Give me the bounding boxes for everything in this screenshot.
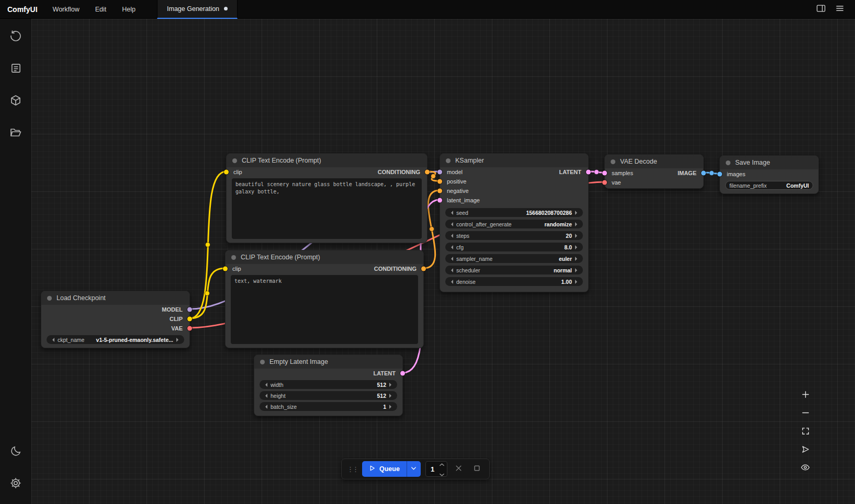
widget-batch-size[interactable]: batch_size 1	[260, 402, 397, 411]
combo-prev-icon[interactable]	[449, 257, 453, 261]
combo-prev-icon[interactable]	[449, 222, 453, 226]
collapse-dot-icon[interactable]	[232, 158, 237, 163]
menu-help[interactable]: Help	[114, 0, 143, 19]
output-dot-image[interactable]	[701, 171, 706, 176]
output-dot-model[interactable]	[187, 307, 192, 312]
increment-icon[interactable]	[389, 405, 393, 409]
collapse-dot-icon[interactable]	[47, 296, 52, 301]
decrement-icon[interactable]	[263, 394, 267, 398]
combo-next-icon[interactable]	[176, 338, 181, 342]
menu-workflow[interactable]: Workflow	[45, 0, 87, 19]
node-clip-text-encode-positive[interactable]: CLIP Text Encode (Prompt) clip CONDITION…	[226, 153, 428, 243]
input-dot-vae[interactable]	[602, 180, 607, 185]
output-dot-clip[interactable]	[187, 317, 192, 322]
widget-steps[interactable]: steps 20	[445, 231, 583, 240]
node-empty-latent-image[interactable]: Empty Latent Image LATENT width 512 heig…	[254, 354, 403, 416]
output-dot-latent[interactable]	[586, 170, 591, 175]
output-dot-latent[interactable]	[400, 371, 405, 376]
combo-prev-icon[interactable]	[449, 268, 453, 272]
prompt-textarea[interactable]: text, watermark	[231, 275, 418, 344]
node-vae-decode[interactable]: VAE Decode samples IMAGE vae	[604, 154, 704, 189]
decrement-icon[interactable]	[449, 245, 453, 249]
node-header[interactable]: Save Image	[720, 156, 818, 169]
collapse-dot-icon[interactable]	[260, 360, 265, 364]
cancel-run-button[interactable]	[452, 462, 466, 476]
decrement-icon[interactable]	[449, 234, 453, 238]
zoom-in-button[interactable]	[796, 388, 814, 403]
theme-toggle-button[interactable]	[5, 441, 27, 462]
input-dot-model[interactable]	[437, 170, 442, 175]
widget-height[interactable]: height 512	[260, 391, 397, 400]
queue-options-button[interactable]	[407, 461, 421, 477]
combo-prev-icon[interactable]	[50, 338, 54, 342]
toggle-link-visibility-button[interactable]	[796, 461, 814, 476]
sidebar-queue-history-button[interactable]	[5, 26, 27, 47]
widget-seed[interactable]: seed 156680208700286	[445, 208, 583, 217]
node-graph-canvas[interactable]: Load Checkpoint MODEL CLIP VAE ckpt_name…	[31, 19, 855, 504]
increment-icon[interactable]	[575, 280, 579, 284]
select-mode-button[interactable]	[796, 443, 814, 457]
stepper-down-icon[interactable]	[439, 469, 445, 479]
settings-button[interactable]	[5, 474, 27, 495]
combo-next-icon[interactable]	[575, 257, 579, 261]
queue-button[interactable]: Queue	[362, 461, 421, 477]
widget-ckpt-name[interactable]: ckpt_name v1-5-pruned-emaonly.safete...	[47, 335, 184, 344]
node-clip-text-encode-negative[interactable]: CLIP Text Encode (Prompt) clip CONDITION…	[225, 250, 424, 348]
collapse-dot-icon[interactable]	[231, 255, 236, 260]
input-dot-samples[interactable]	[602, 171, 607, 176]
tab-image-generation[interactable]: Image Generation	[157, 0, 238, 19]
decrement-icon[interactable]	[263, 405, 267, 409]
input-dot-images[interactable]	[717, 172, 722, 177]
sidebar-workflows-button[interactable]	[5, 123, 27, 144]
clear-queue-button[interactable]	[470, 462, 484, 476]
collapse-dot-icon[interactable]	[446, 158, 451, 163]
toggle-panel-button[interactable]	[813, 2, 829, 17]
zoom-out-button[interactable]	[796, 406, 814, 421]
increment-icon[interactable]	[389, 383, 393, 387]
increment-icon[interactable]	[575, 245, 579, 249]
batch-count-stepper[interactable]: 1	[425, 461, 447, 477]
stepper-up-icon[interactable]	[439, 459, 445, 468]
fit-view-button[interactable]	[796, 425, 814, 439]
collapse-dot-icon[interactable]	[611, 159, 615, 164]
collapse-dot-icon[interactable]	[726, 161, 730, 165]
sidebar-node-library-button[interactable]	[5, 59, 27, 79]
node-save-image[interactable]: Save Image images filename_prefix ComfyU…	[719, 155, 819, 194]
widget-scheduler[interactable]: scheduler normal	[445, 266, 583, 274]
node-header[interactable]: KSampler	[440, 154, 588, 167]
input-dot-positive[interactable]	[437, 179, 442, 184]
node-header[interactable]: VAE Decode	[605, 155, 703, 168]
input-dot-negative[interactable]	[437, 189, 442, 193]
increment-icon[interactable]	[389, 394, 393, 398]
widget-denoise[interactable]: denoise 1.00	[445, 277, 583, 286]
output-dot-conditioning[interactable]	[421, 267, 426, 271]
increment-icon[interactable]	[575, 211, 579, 215]
prompt-textarea[interactable]: beautiful scenery nature glass bottle la…	[232, 178, 422, 239]
node-load-checkpoint[interactable]: Load Checkpoint MODEL CLIP VAE ckpt_name…	[41, 291, 190, 348]
combo-next-icon[interactable]	[575, 222, 579, 226]
decrement-icon[interactable]	[263, 383, 267, 387]
widget-filename-prefix[interactable]: filename_prefix ComfyUI	[725, 181, 813, 190]
node-header[interactable]: CLIP Text Encode (Prompt)	[226, 250, 423, 264]
main-menu-button[interactable]	[832, 2, 848, 17]
output-dot-conditioning[interactable]	[425, 170, 430, 175]
node-header[interactable]: Load Checkpoint	[41, 291, 189, 305]
widget-sampler-name[interactable]: sampler_name euler	[445, 254, 583, 263]
input-dot-clip[interactable]	[224, 170, 229, 175]
menu-edit[interactable]: Edit	[87, 0, 115, 19]
output-dot-vae[interactable]	[187, 326, 192, 331]
node-ksampler[interactable]: KSampler model LATENT positive negative …	[440, 153, 589, 292]
decrement-icon[interactable]	[449, 280, 453, 284]
drag-handle[interactable]: ⋮⋮	[347, 465, 357, 473]
widget-width[interactable]: width 512	[260, 380, 397, 389]
node-header[interactable]: CLIP Text Encode (Prompt)	[227, 154, 427, 167]
increment-icon[interactable]	[575, 234, 579, 238]
node-header[interactable]: Empty Latent Image	[254, 355, 402, 369]
decrement-icon[interactable]	[449, 211, 453, 215]
combo-next-icon[interactable]	[575, 268, 579, 272]
input-dot-clip[interactable]	[223, 267, 228, 271]
sidebar-model-library-button[interactable]	[5, 91, 27, 112]
widget-control-after-generate[interactable]: control_after_generate randomize	[445, 220, 583, 228]
input-dot-latent-image[interactable]	[437, 198, 442, 203]
widget-cfg[interactable]: cfg 8.0	[445, 243, 583, 251]
